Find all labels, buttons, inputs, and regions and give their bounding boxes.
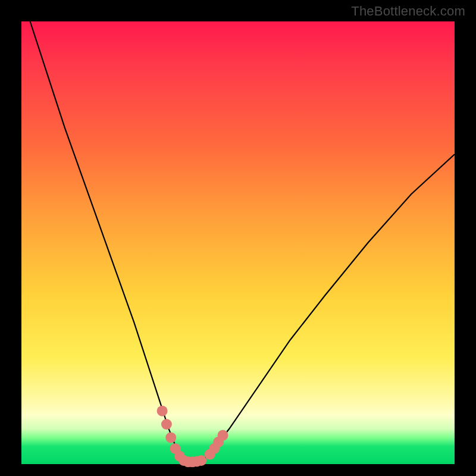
chart-svg	[21, 21, 455, 464]
marker-dot	[165, 432, 176, 443]
curve-layer	[30, 21, 455, 462]
bottleneck-curve	[30, 21, 455, 462]
marker-layer	[157, 406, 228, 468]
outer-frame: TheBottleneck.com	[0, 0, 476, 476]
attribution-label: TheBottleneck.com	[351, 4, 465, 19]
marker-dot	[218, 430, 228, 441]
marker-dot	[196, 455, 206, 466]
marker-dot	[157, 406, 168, 416]
marker-dot	[161, 419, 172, 430]
plot-area	[21, 21, 455, 464]
